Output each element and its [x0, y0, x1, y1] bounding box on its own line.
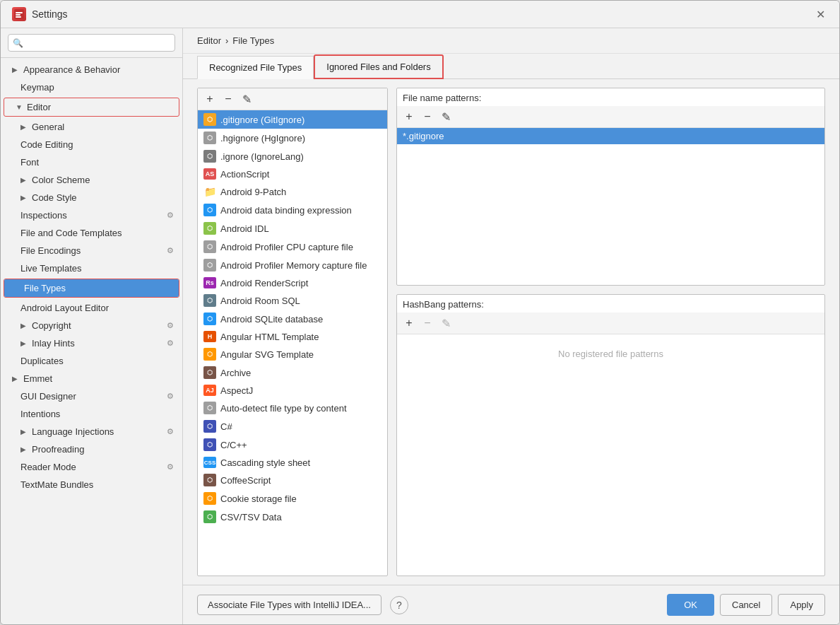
- remove-pattern-button[interactable]: −: [420, 109, 435, 124]
- sidebar-item-general[interactable]: ▶ General: [1, 118, 182, 136]
- list-item[interactable]: ⬡ C/C++: [198, 436, 387, 454]
- sidebar-item-android-layout-editor[interactable]: Android Layout Editor: [1, 299, 182, 317]
- help-button[interactable]: ?: [390, 596, 408, 614]
- associate-button[interactable]: Associate File Types with IntelliJ IDEA.…: [197, 595, 381, 615]
- file-type-name: CSV/TSV Data: [220, 512, 282, 522]
- sidebar-item-intentions[interactable]: Intentions: [1, 405, 182, 423]
- content-area: 🔍 ▶ Appearance & Behavior Keymap ▼: [1, 28, 839, 624]
- bottom-right: OK Cancel Apply: [667, 594, 825, 616]
- sidebar-item-inspections[interactable]: Inspections ⚙: [1, 206, 182, 224]
- file-type-icon: 📁: [203, 185, 216, 198]
- list-item[interactable]: CSS Cascading style sheet: [198, 454, 387, 471]
- sidebar-item-label: GUI Designer: [20, 391, 76, 402]
- sidebar-item-emmet[interactable]: ▶ Emmet: [1, 370, 182, 387]
- list-item[interactable]: ⬡ .ignore (IgnoreLang): [198, 147, 387, 165]
- file-type-name: .ignore (IgnoreLang): [220, 151, 304, 162]
- list-item[interactable]: ⬡ Android SQLite database: [198, 310, 387, 328]
- list-item[interactable]: ⬡ CoffeeScript: [198, 471, 387, 489]
- add-file-type-button[interactable]: +: [202, 91, 218, 107]
- list-item[interactable]: ⬡ Cookie storage file: [198, 489, 387, 508]
- remove-hashbang-button[interactable]: −: [420, 315, 435, 331]
- edit-file-type-button[interactable]: ✎: [239, 91, 254, 107]
- sidebar-item-file-types[interactable]: File Types: [4, 279, 179, 297]
- list-item[interactable]: ⬡ Archive: [198, 363, 387, 382]
- sidebar-item-proofreading[interactable]: ▶ Proofreading: [1, 440, 182, 458]
- sidebar-item-editor[interactable]: ▼ Editor: [4, 98, 179, 116]
- file-type-name: .hgignore (HgIgnore): [220, 133, 305, 144]
- sidebar-item-reader-mode[interactable]: Reader Mode ⚙: [1, 458, 182, 476]
- add-pattern-button[interactable]: +: [401, 109, 417, 124]
- hashbang-toolbar: + − ✎: [397, 312, 824, 334]
- close-button[interactable]: ✕: [812, 6, 828, 22]
- add-hashbang-button[interactable]: +: [401, 315, 417, 331]
- sidebar-item-file-and-code-templates[interactable]: File and Code Templates: [1, 224, 182, 242]
- settings-icon: ⚙: [167, 246, 174, 255]
- remove-file-type-button[interactable]: −: [220, 91, 236, 107]
- search-icon: 🔍: [13, 38, 23, 48]
- file-type-name: Archive: [220, 368, 251, 378]
- list-item[interactable]: *.gitignore: [397, 128, 824, 144]
- list-item[interactable]: ⬡ Android Profiler CPU capture file: [198, 238, 387, 256]
- file-type-name: Android SQLite database: [220, 314, 323, 325]
- sidebar-item-live-templates[interactable]: Live Templates: [1, 259, 182, 277]
- list-item[interactable]: ⬡ Auto-detect file type by content: [198, 399, 387, 417]
- list-item[interactable]: ⬡ Android Room SQL: [198, 291, 387, 310]
- list-item[interactable]: H Angular HTML Template: [198, 328, 387, 345]
- list-item[interactable]: Rs Android RenderScript: [198, 274, 387, 291]
- list-item[interactable]: ⬡ CSV/TSV Data: [198, 508, 387, 526]
- list-item[interactable]: ⬡ .hgignore (HgIgnore): [198, 129, 387, 147]
- tab-ignored[interactable]: Ignored Files and Folders: [314, 54, 443, 79]
- sidebar-item-inlay-hints[interactable]: ▶ Inlay Hints ⚙: [1, 334, 182, 352]
- sidebar-item-code-editing[interactable]: Code Editing: [1, 136, 182, 153]
- sidebar-item-keymap[interactable]: Keymap: [1, 78, 182, 96]
- sidebar-item-code-style[interactable]: ▶ Code Style: [1, 189, 182, 206]
- apply-button[interactable]: Apply: [778, 594, 825, 616]
- edit-hashbang-button[interactable]: ✎: [438, 315, 454, 331]
- sidebar-item-file-encodings[interactable]: File Encodings ⚙: [1, 242, 182, 259]
- list-item[interactable]: 📁 Android 9-Patch: [198, 182, 387, 201]
- file-type-icon: ⬡: [203, 204, 216, 216]
- file-type-icon: ⬡: [203, 312, 216, 325]
- no-patterns-text: No registered file patterns: [397, 334, 824, 373]
- list-item[interactable]: ⬡ Android IDL: [198, 219, 387, 238]
- search-input[interactable]: [8, 34, 175, 52]
- sidebar-item-copyright[interactable]: ▶ Copyright ⚙: [1, 317, 182, 334]
- file-type-name: C#: [220, 421, 232, 432]
- expand-arrow: ▶: [12, 375, 20, 382]
- sidebar-item-label: Copyright: [32, 320, 71, 331]
- list-item[interactable]: ⬡ C#: [198, 417, 387, 436]
- tab-recognized[interactable]: Recognized File Types: [197, 56, 314, 79]
- sidebar-item-label: File and Code Templates: [20, 228, 122, 238]
- list-item[interactable]: AJ AspectJ: [198, 382, 387, 399]
- list-item[interactable]: ⬡ Angular SVG Template: [198, 345, 387, 363]
- expand-arrow: ▶: [20, 339, 29, 347]
- sidebar-item-language-injections[interactable]: ▶ Language Injections ⚙: [1, 423, 182, 440]
- sidebar-item-textmate-bundles[interactable]: TextMate Bundles: [1, 476, 182, 493]
- sidebar-item-appearance[interactable]: ▶ Appearance & Behavior: [1, 61, 182, 78]
- sidebar-item-label: Intentions: [20, 409, 60, 419]
- breadcrumb-sep: ›: [225, 35, 228, 46]
- file-type-icon: Rs: [203, 277, 216, 288]
- list-item[interactable]: ⬡ .gitignore (GitIgnore): [198, 110, 387, 129]
- breadcrumb-parent: Editor: [197, 35, 221, 46]
- title-bar-left: Settings: [12, 7, 68, 21]
- file-type-name: Cascading style sheet: [220, 457, 310, 468]
- sidebar-item-font[interactable]: Font: [1, 153, 182, 171]
- sidebar-item-label: Language Injections: [32, 426, 114, 437]
- file-type-icon: ⬡: [203, 132, 216, 144]
- list-item[interactable]: ⬡ Android Profiler Memory capture file: [198, 256, 387, 274]
- list-item[interactable]: ⬡ Android data binding expression: [198, 201, 387, 219]
- hashbang-patterns-label: HashBang patterns:: [397, 295, 824, 312]
- file-type-name: Android RenderScript: [220, 278, 308, 288]
- file-type-name: Android IDL: [220, 223, 269, 234]
- sidebar-item-label: Emmet: [23, 373, 52, 384]
- edit-pattern-button[interactable]: ✎: [438, 109, 454, 124]
- hashbang-list: No registered file patterns: [397, 334, 824, 576]
- sidebar-item-gui-designer[interactable]: GUI Designer ⚙: [1, 387, 182, 405]
- cancel-button[interactable]: Cancel: [720, 594, 772, 616]
- list-item[interactable]: AS ActionScript: [198, 165, 387, 182]
- ok-button[interactable]: OK: [667, 594, 714, 616]
- file-type-name: C/C++: [220, 440, 247, 450]
- sidebar-item-duplicates[interactable]: Duplicates: [1, 352, 182, 370]
- sidebar-item-color-scheme[interactable]: ▶ Color Scheme: [1, 171, 182, 189]
